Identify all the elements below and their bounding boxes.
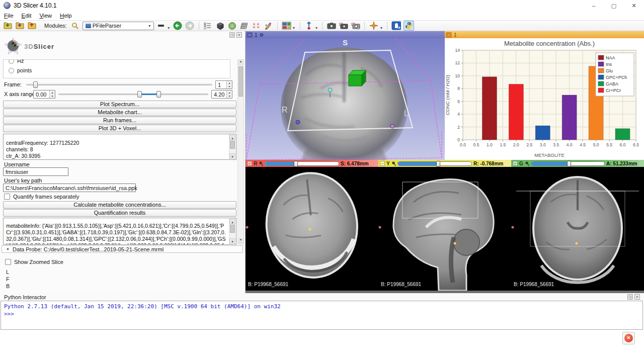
data-probe-header[interactable]: ▼ Data Probe: C:/dev/0.test/slicerTest..… xyxy=(2,245,243,253)
header-info-textarea[interactable]: centralFrequency: 1277125220 channels: 8… xyxy=(3,134,236,160)
scrollbar[interactable]: ▲ ▼ xyxy=(229,135,235,159)
pushpin-icon[interactable] xyxy=(525,161,529,166)
keypath-input[interactable]: C:\Users\FranciscoMarcano\.ssh\fmrsiuser… xyxy=(3,184,136,192)
volumes-module-icon[interactable] xyxy=(215,21,225,30)
plot-3d-voxel-button[interactable]: Plot 3D + Voxel... xyxy=(3,125,236,132)
slice-offset-slider[interactable] xyxy=(397,161,472,166)
python-banner: Python 2.7.13 (default, Jan 15 2019, 22:… xyxy=(4,303,639,310)
chevron-down-icon[interactable]: ▼ xyxy=(167,26,171,31)
history-back-icon[interactable] xyxy=(173,21,183,30)
quantify-frames-checkbox[interactable]: Quantify frames separately xyxy=(4,194,79,200)
x-min-spinbox[interactable]: 0.00 ▲▼ xyxy=(33,90,55,99)
module-selector-combobox[interactable]: PFileParser ▼ xyxy=(83,22,154,30)
scroll-thumb[interactable] xyxy=(230,225,235,233)
logo-text-slicer: Slicer xyxy=(34,43,54,50)
chart-header[interactable]: ‒ 1 xyxy=(445,31,644,38)
chart-pin-button[interactable]: ‒ xyxy=(446,32,452,38)
spin-down-icon[interactable]: ▼ xyxy=(50,95,55,99)
run-frames-button[interactable]: Run frames... xyxy=(3,117,236,124)
quantification-results-button[interactable]: Quantification results xyxy=(3,209,236,217)
frame-slider[interactable] xyxy=(26,81,212,88)
frame-spinbox[interactable]: 1 ▲▼ xyxy=(215,80,232,89)
pushpin-icon[interactable] xyxy=(391,161,396,166)
scroll-up-icon[interactable]: ▲ xyxy=(229,135,235,140)
scene-view-icon[interactable] xyxy=(339,21,348,30)
scroll-down-icon[interactable]: ▼ xyxy=(229,153,235,159)
module-panel-toggle-icon[interactable] xyxy=(156,21,166,30)
show-zoomed-slice-checkbox[interactable]: Show Zoomed Slice xyxy=(5,259,63,265)
gear-icon[interactable]: ⚙ xyxy=(260,32,264,38)
x-range-slider[interactable] xyxy=(58,90,208,98)
save-icon[interactable] xyxy=(27,21,37,30)
radio-points[interactable]: points xyxy=(4,65,230,74)
models-module-icon[interactable] xyxy=(227,21,237,30)
close-button[interactable]: ✕ xyxy=(624,0,644,11)
panel-scrollbar[interactable]: ▲ ▼ xyxy=(237,59,244,244)
scroll-up-icon[interactable]: ▲ xyxy=(229,219,235,224)
slice-image-sagittal[interactable] xyxy=(378,167,511,291)
scroll-thumb[interactable] xyxy=(230,141,235,149)
markups-module-icon[interactable] xyxy=(252,21,261,30)
screenshot-icon[interactable] xyxy=(327,21,336,30)
python-console-button[interactable] xyxy=(404,21,414,31)
extensions-manager-icon[interactable] xyxy=(391,21,401,30)
metabolite-info-textarea[interactable]: metaboliteInfo: {'Ala':[(0.913,1.55,0.10… xyxy=(3,218,236,245)
crosshair-icon[interactable] xyxy=(369,21,378,30)
load-dicom-icon[interactable] xyxy=(15,21,25,30)
python-console-close-button[interactable]: ✕ xyxy=(622,332,635,344)
scroll-up-icon[interactable]: ▲ xyxy=(238,60,244,65)
viewers-toolbar-icon[interactable] xyxy=(304,21,314,30)
spin-down-icon[interactable]: ▼ xyxy=(227,85,232,89)
scroll-down-icon[interactable]: ▼ xyxy=(238,238,244,244)
spin-up-icon[interactable]: ▲ xyxy=(50,90,55,95)
annotations-module-icon[interactable] xyxy=(264,21,273,30)
module-history-icon[interactable] xyxy=(203,21,213,30)
module-search-icon[interactable] xyxy=(70,21,80,30)
collapse-button[interactable]: ‒ xyxy=(380,161,385,166)
slice-image-axial[interactable] xyxy=(246,167,378,291)
maximize-button[interactable]: ▢ xyxy=(604,0,624,11)
python-console[interactable]: Python 2.7.13 (default, Jan 15 2019, 22:… xyxy=(1,301,643,330)
slice-image-coronal[interactable] xyxy=(511,167,644,291)
calculate-concentrations-button[interactable]: Calculate metabolite concentrations... xyxy=(3,201,236,209)
pushpin-icon[interactable] xyxy=(259,161,263,166)
scroll-down-icon[interactable]: ▼ xyxy=(229,238,235,244)
view3d-canvas[interactable]: S R L xyxy=(246,38,445,160)
view3d-pin-button[interactable]: ‒ xyxy=(247,32,253,38)
view3d-header[interactable]: ‒ 1 ⚙ xyxy=(246,31,445,38)
radio-hz[interactable]: Hz xyxy=(4,59,230,65)
layout-selector-icon[interactable] xyxy=(282,21,291,30)
view-layout: ‒ 1 ⚙ xyxy=(246,31,644,293)
scrollbar[interactable]: ▲ ▼ xyxy=(229,219,235,244)
panel-float-icon[interactable]: ◳ xyxy=(229,32,235,38)
slice-offset-slider[interactable] xyxy=(265,161,339,166)
spin-up-icon[interactable]: ▲ xyxy=(227,90,232,95)
collapse-button[interactable]: ‒ xyxy=(247,161,252,166)
metabolite-chart-button[interactable]: Metabolite chart... xyxy=(3,109,236,116)
menu-file[interactable]: File xyxy=(4,13,14,19)
transforms-module-icon[interactable] xyxy=(239,21,249,30)
python-close-icon[interactable]: ✕ xyxy=(634,294,640,300)
collapse-button[interactable]: ‒ xyxy=(513,161,518,166)
plot-spectrum-button[interactable]: Plot Spectrum... xyxy=(3,101,236,108)
username-input[interactable]: fmrsiuser xyxy=(3,167,68,176)
menu-view[interactable]: View xyxy=(39,13,52,19)
svg-text:3.5: 3.5 xyxy=(553,142,559,147)
panel-close-icon[interactable]: ✕ xyxy=(236,32,242,38)
load-data-icon[interactable] xyxy=(3,21,13,30)
chevron-down-icon[interactable]: ▼ xyxy=(292,26,296,31)
chevron-down-icon[interactable]: ▼ xyxy=(315,26,318,31)
history-forward-icon[interactable] xyxy=(185,21,195,30)
spin-up-icon[interactable]: ▲ xyxy=(227,81,232,85)
app-icon xyxy=(4,2,11,9)
minimize-button[interactable]: – xyxy=(584,0,604,11)
spin-down-icon[interactable]: ▼ xyxy=(227,95,232,99)
slice-offset-slider[interactable] xyxy=(531,161,605,166)
menu-edit[interactable]: Edit xyxy=(22,13,32,19)
x-max-spinbox[interactable]: 4.20 ▲▼ xyxy=(211,90,232,99)
chevron-down-icon[interactable]: ▼ xyxy=(379,26,383,31)
scene-view-restore-icon[interactable] xyxy=(351,21,360,30)
scroll-thumb[interactable] xyxy=(238,66,243,97)
python-float-icon[interactable]: ◳ xyxy=(627,294,633,300)
menu-help[interactable]: Help xyxy=(60,13,72,19)
